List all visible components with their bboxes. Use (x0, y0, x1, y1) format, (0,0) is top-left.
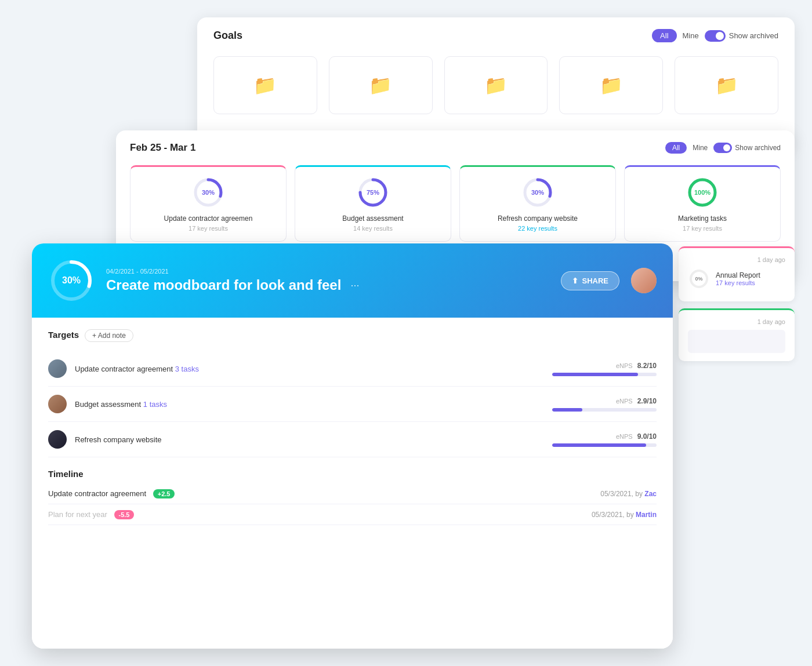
timeline-by-2: Martin (636, 511, 657, 519)
target-name-1: Update contractor agreement 3 tasks (75, 365, 541, 373)
folder-icon: 📁 (600, 74, 623, 96)
ring-2: 75% (357, 176, 389, 209)
goal-card-4[interactable]: 100% Marketing tasks 17 key results (624, 165, 781, 242)
timeline-date-1: 05/3/2021, by Zac (600, 490, 657, 498)
progress-bar-2 (552, 408, 657, 412)
timeline-badge-2: -5.5 (114, 510, 135, 519)
header-date: 04/2/2021 - 05/2/2021 (106, 268, 549, 275)
ring-label-2: 75% (367, 189, 379, 196)
target-avatar-3 (48, 430, 67, 449)
timeline-name-1: Update contractor agreement +2.5 (48, 489, 600, 498)
ring-label-3: 30% (531, 189, 544, 196)
share-icon: ⬆ (572, 276, 578, 285)
target-name-3: Refresh company website (75, 435, 541, 444)
metric-value-1: 8.2/10 (637, 362, 657, 370)
main-percent-label: 30% (62, 275, 81, 286)
folder-item[interactable]: 📁 (444, 56, 548, 114)
card-sub-2: 14 key results (353, 225, 393, 232)
header-text: 04/2/2021 - 05/2/2021 Create moodboard f… (106, 268, 549, 293)
target-metric-3: eNPS 9.0/10 (541, 432, 657, 447)
weekly-all-button[interactable]: All (665, 142, 687, 154)
timeline-date-2: 05/3/2021, by Martin (592, 511, 657, 519)
mini-card-1-time: 1 day ago (688, 256, 785, 263)
folder-icon: 📁 (253, 74, 277, 96)
target-tasks-1[interactable]: 3 tasks (175, 365, 199, 373)
avatar (631, 268, 657, 293)
metric-label-3: eNPS (616, 433, 633, 440)
ring-3: 30% (521, 176, 554, 209)
goals-toggle[interactable] (705, 30, 726, 42)
goal-card-1[interactable]: 30% Update contractor agreemen 17 key re… (130, 165, 287, 242)
card-sub-4: 17 key results (683, 225, 722, 232)
target-avatar-1 (48, 359, 67, 378)
ring-label-4: 100% (694, 189, 710, 196)
timeline-section: Timeline Update contractor agreement +2.… (48, 469, 657, 525)
folder-icon: 📁 (484, 74, 507, 96)
target-metric-2: eNPS 2.9/10 (541, 397, 657, 412)
progress-bar-1 (552, 373, 657, 376)
timeline-badge-1: +2.5 (153, 489, 175, 498)
main-card-header: 30% 04/2/2021 - 05/2/2021 Create moodboa… (32, 243, 673, 318)
goal-card-2[interactable]: 75% Budget assessment 14 key results (295, 165, 451, 242)
ring-label-1: 30% (202, 189, 215, 196)
folder-icon: 📁 (715, 74, 738, 96)
ring-1: 30% (192, 176, 224, 209)
goals-show-archived-toggle[interactable]: Show archived (705, 30, 778, 42)
mini-card-1-sub: 17 key results (716, 279, 760, 286)
timeline-name-2: Plan for next year -5.5 (48, 510, 592, 519)
mini-ring-1: 0% Annual Report 17 key results (688, 268, 785, 290)
metric-label-2: eNPS (616, 398, 633, 405)
timeline-item-1: Update contractor agreement +2.5 05/3/20… (48, 483, 657, 504)
target-row-3: Refresh company website eNPS 9.0/10 (48, 422, 657, 457)
card-name-3: Refresh company website (498, 214, 578, 223)
metric-value-3: 9.0/10 (637, 432, 657, 441)
more-options-icon[interactable]: ··· (350, 279, 359, 292)
add-note-button[interactable]: + Add note (85, 329, 133, 342)
target-tasks-2[interactable]: 1 tasks (143, 400, 167, 409)
card-sub-3: 22 key results (518, 225, 557, 232)
goals-title: Goals (213, 30, 242, 42)
progress-fill-3 (552, 443, 646, 447)
mini-card-1[interactable]: 1 day ago 0% Annual Report 17 key result… (679, 246, 795, 301)
goal-card-3[interactable]: 30% Refresh company website 22 key resul… (459, 165, 616, 242)
card-name-2: Budget assessment (342, 214, 403, 223)
weekly-archived-toggle[interactable]: Show archived (713, 143, 781, 153)
weekly-mine-button[interactable]: Mine (693, 144, 708, 152)
share-label: SHARE (582, 276, 608, 285)
progress-fill-2 (552, 408, 582, 412)
weekly-toggle[interactable] (713, 143, 732, 153)
folder-item[interactable]: 📁 (329, 56, 433, 114)
card-sub-1: 17 key results (188, 225, 228, 232)
target-avatar-2 (48, 395, 67, 413)
metric-value-2: 2.9/10 (637, 397, 657, 405)
main-card-body: Targets + Add note Update contractor agr… (32, 318, 673, 649)
target-row-2: Budget assessment 1 tasks eNPS 2.9/10 (48, 387, 657, 422)
mini-card-2-time: 1 day ago (688, 318, 785, 325)
timeline-title: Timeline (48, 469, 657, 479)
targets-title: Targets (48, 330, 79, 340)
target-metric-1: eNPS 8.2/10 (541, 362, 657, 376)
goals-folders: 📁 📁 📁 📁 📁 (213, 56, 778, 114)
goals-controls: All Mine Show archived (652, 29, 778, 42)
timeline-item-2: Plan for next year -5.5 05/3/2021, by Ma… (48, 504, 657, 525)
folder-item[interactable]: 📁 (559, 56, 663, 114)
folder-item[interactable]: 📁 (675, 56, 778, 114)
avatar-image (631, 268, 657, 293)
weekly-header: Feb 25 - Mar 1 All Mine Show archived (130, 142, 781, 154)
card-name-1: Update contractor agreemen (164, 214, 253, 223)
share-button[interactable]: ⬆ SHARE (561, 271, 619, 290)
weekly-archived-label: Show archived (735, 144, 781, 152)
ring-4: 100% (686, 176, 719, 209)
folder-item[interactable]: 📁 (213, 56, 317, 114)
timeline-by-1: Zac (644, 490, 657, 498)
target-row-1: Update contractor agreement 3 tasks eNPS… (48, 351, 657, 387)
goals-show-archived-label: Show archived (729, 31, 778, 40)
main-detail-card: 30% 04/2/2021 - 05/2/2021 Create moodboa… (32, 243, 673, 649)
weekly-title: Feb 25 - Mar 1 (130, 142, 195, 154)
mini-card-2[interactable]: 1 day ago (679, 308, 795, 361)
targets-header: Targets + Add note (48, 329, 657, 342)
card-name-4: Marketing tasks (678, 214, 727, 223)
goals-all-button[interactable]: All (652, 29, 676, 42)
goals-mine-button[interactable]: Mine (683, 31, 699, 40)
progress-bar-3 (552, 443, 657, 447)
